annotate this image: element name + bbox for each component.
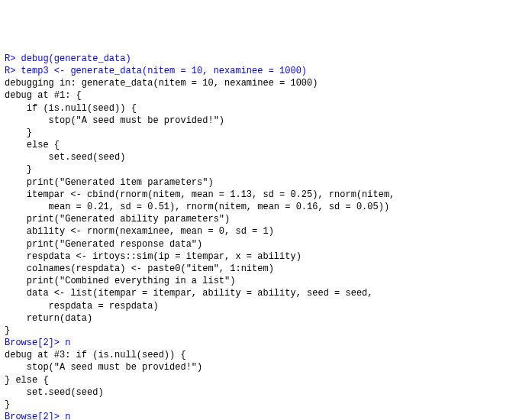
console-output-line: if (is.null(seed)) {: [5, 103, 137, 114]
console-output-line: }: [5, 164, 32, 175]
console-output-line: debug at #1: {: [5, 90, 82, 101]
console-output-line: debugging in: generate_data(nitem = 10, …: [5, 78, 318, 89]
console-output-line: debug at #3: if (is.null(seed)) {: [5, 350, 186, 360]
console-output-line: print("Combined everything in a list"): [5, 276, 235, 286]
console-output-line: else {: [5, 140, 60, 150]
console-prompt: R>: [5, 53, 21, 64]
console-output-line: itempar <- cbind(rnorm(nitem, mean = 1.1…: [5, 189, 395, 200]
console-output-line: mean = 0.21, sd = 0.51), rnorm(nitem, me…: [5, 202, 389, 212]
console-output-line: return(data): [5, 313, 92, 324]
console-prompt: Browse[2]>: [5, 338, 65, 348]
console-output-line: stop("A seed must be provided!"): [5, 362, 202, 373]
console-prompt: Browse[2]>: [5, 412, 65, 420]
console-input-text: n: [65, 338, 70, 348]
console-output-line: respdata <- irtoys::sim(ip = itempar, x …: [5, 251, 301, 262]
console-input-text: temp3 <- generate_data(nitem = 10, nexam…: [21, 66, 307, 76]
console-output-line: set.seed(seed): [5, 387, 104, 398]
console-output-line: print("Generated item parameters"): [5, 177, 214, 188]
console-output-line: }: [5, 128, 32, 138]
console-input-text: n: [65, 412, 70, 420]
console-output-line: }: [5, 325, 10, 336]
console-output-line: set.seed(seed): [5, 152, 125, 163]
console-output-line: stop("A seed must be provided!"): [5, 115, 224, 126]
console-output-line: } else {: [5, 375, 49, 386]
console-output-line: respdata = respdata): [5, 301, 159, 312]
console-output-line: print("Generated response data"): [5, 239, 202, 250]
console-output-line: colnames(respdata) <- paste0("item", 1:n…: [5, 263, 274, 274]
console-prompt: R>: [5, 66, 21, 76]
console-output-line: }: [5, 399, 10, 410]
r-console[interactable]: R> debug(generate_data) R> temp3 <- gene…: [5, 53, 527, 420]
console-output-line: ability <- rnorm(nexaminee, mean = 0, sd…: [5, 226, 274, 237]
console-input-text: debug(generate_data): [21, 53, 131, 64]
console-output-line: print("Generated ability parameters"): [5, 214, 230, 225]
console-output-line: data <- list(itempar = itempar, ability …: [5, 288, 372, 299]
